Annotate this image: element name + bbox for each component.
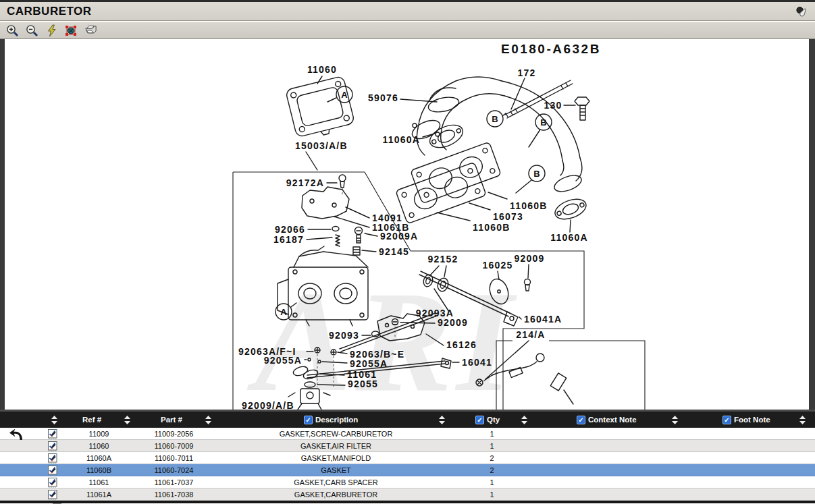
label-11060a-2[interactable]: 11060A bbox=[550, 232, 587, 243]
label-92009ab[interactable]: 92009/A/B bbox=[242, 400, 294, 410]
column-header-description: ✓Description bbox=[304, 412, 358, 428]
label-214a[interactable]: 214/A bbox=[516, 329, 545, 340]
table-header: Ref # Part # ✓Description ✓Qty ✓Context … bbox=[0, 410, 815, 428]
label-16073[interactable]: 16073 bbox=[493, 211, 523, 222]
pick-list-icon[interactable] bbox=[32, 489, 73, 500]
cell-description: GASKET,CARB SPACER bbox=[223, 478, 449, 486]
cell-part: 11060-7009 bbox=[125, 442, 223, 450]
part-screw-92009a bbox=[355, 227, 363, 244]
label-92066[interactable]: 92066 bbox=[275, 224, 305, 235]
cell-description: GASKET,SCREW-CARBURETOR bbox=[223, 430, 449, 438]
lightning-icon[interactable] bbox=[45, 24, 58, 37]
label-15003[interactable]: 15003/A/B bbox=[295, 140, 348, 151]
table-row-selected[interactable]: 11060B 11060-7024 GASKET 2 bbox=[0, 464, 815, 476]
parts-table: Ref # Part # ✓Description ✓Qty ✓Context … bbox=[0, 410, 815, 504]
marker-b1: B bbox=[492, 114, 498, 124]
label-11060a-1[interactable]: 11060A bbox=[383, 134, 420, 145]
label-16025[interactable]: 16025 bbox=[483, 260, 513, 271]
marker-b3: B bbox=[533, 169, 540, 179]
label-16126[interactable]: 16126 bbox=[446, 339, 477, 350]
label-172[interactable]: 172 bbox=[518, 67, 536, 78]
cell-ref: 11009 bbox=[73, 430, 125, 438]
sort-button[interactable] bbox=[205, 412, 211, 428]
label-92009-1[interactable]: 92009 bbox=[515, 253, 545, 264]
cell-description: GASKET,AIR FILTER bbox=[223, 442, 449, 450]
part-bracket-14091 bbox=[302, 187, 349, 219]
column-header-part: Part # bbox=[161, 412, 182, 428]
cell-qty: 1 bbox=[449, 430, 535, 438]
sort-button[interactable] bbox=[521, 412, 527, 428]
pick-list-icon[interactable] bbox=[32, 477, 73, 488]
cell-qty: 2 bbox=[449, 466, 535, 474]
label-16041[interactable]: 16041 bbox=[462, 357, 492, 368]
pick-list-icon[interactable] bbox=[32, 428, 73, 439]
label-92055[interactable]: 92055 bbox=[348, 379, 378, 389]
qty-checkbox[interactable]: ✓ bbox=[475, 416, 484, 424]
label-130[interactable]: 130 bbox=[544, 100, 562, 111]
table-row[interactable]: 11009 11009-2056 GASKET,SCREW-CARBURETOR… bbox=[0, 428, 815, 440]
cell-ref: 11061 bbox=[73, 478, 125, 486]
label-16187[interactable]: 16187 bbox=[273, 234, 304, 245]
sort-button[interactable] bbox=[51, 412, 57, 428]
cell-description: GASKET,CARBURETOR bbox=[223, 491, 449, 499]
pick-list-icon[interactable] bbox=[32, 465, 73, 476]
part-flange-plate-2 bbox=[396, 162, 486, 223]
cell-ref: 11060A bbox=[73, 454, 125, 462]
zoom-out-icon[interactable] bbox=[25, 24, 38, 37]
cell-qty: 1 bbox=[449, 491, 535, 499]
part-bolt-130 bbox=[575, 97, 589, 120]
cell-qty: 1 bbox=[449, 442, 535, 450]
cell-qty: 1 bbox=[449, 478, 535, 486]
part-screw-92172a bbox=[339, 175, 346, 188]
context-note-checkbox[interactable]: ✓ bbox=[577, 416, 585, 424]
sort-button[interactable] bbox=[799, 412, 806, 428]
pick-list-icon[interactable] bbox=[32, 453, 73, 464]
part-gasket-11060 bbox=[286, 76, 356, 141]
sort-button[interactable] bbox=[439, 412, 445, 428]
column-header-context-note: ✓Context Note bbox=[577, 412, 637, 428]
part-spring-16187 bbox=[336, 235, 340, 246]
table-row[interactable]: 11060 11060-7009 GASKET,AIR FILTER 1 bbox=[0, 440, 815, 452]
table-row[interactable]: 11061 11061-7037 GASKET,CARB SPACER 1 bbox=[0, 476, 815, 488]
label-16041a[interactable]: 16041A bbox=[524, 314, 562, 325]
sort-button[interactable] bbox=[124, 412, 130, 428]
marker-b2: B bbox=[540, 117, 546, 128]
title-bar: CARBURETOR bbox=[0, 2, 815, 21]
label-92055a-1[interactable]: 92055A bbox=[264, 355, 302, 366]
label-11060b-2[interactable]: 11060B bbox=[473, 222, 510, 233]
table-row[interactable]: 11060A 11060-7011 GASKET,MANIFOLD 2 bbox=[0, 452, 815, 464]
pick-list-icon[interactable] bbox=[32, 441, 73, 451]
label-92093[interactable]: 92093 bbox=[329, 330, 359, 341]
sort-button[interactable] bbox=[672, 412, 678, 428]
part-screw-92009-top bbox=[525, 279, 531, 291]
cell-ref: 11060B bbox=[73, 466, 125, 474]
part-flange-plate-1 bbox=[411, 142, 501, 203]
back-arrow-icon[interactable] bbox=[0, 428, 32, 440]
column-header-ref: Ref # bbox=[82, 412, 101, 428]
label-59076[interactable]: 59076 bbox=[368, 92, 398, 103]
label-92009a[interactable]: 92009A bbox=[380, 231, 418, 242]
page-title: CARBURETOR bbox=[7, 5, 92, 18]
label-92152[interactable]: 92152 bbox=[428, 254, 458, 264]
label-92145[interactable]: 92145 bbox=[379, 246, 409, 257]
description-checkbox[interactable]: ✓ bbox=[304, 416, 313, 424]
label-92172a[interactable]: 92172A bbox=[286, 177, 324, 188]
hotspot-select-icon[interactable] bbox=[64, 24, 78, 37]
cell-description: GASKET,MANIFOLD bbox=[223, 454, 449, 462]
marker-a2: A bbox=[280, 307, 287, 317]
cell-description: GASKET bbox=[223, 466, 449, 474]
zoom-in-icon[interactable] bbox=[5, 24, 19, 37]
table-row[interactable]: 11061A 11061-7038 GASKET,CARBURETOR 1 bbox=[0, 488, 815, 501]
label-92009-2[interactable]: 92009 bbox=[438, 317, 468, 328]
diagram-viewport: ARI E0180-A632B bbox=[0, 39, 815, 410]
cell-ref: 11060 bbox=[73, 442, 125, 450]
label-11060[interactable]: 11060 bbox=[307, 64, 337, 75]
label-92055a-2[interactable]: 92055A bbox=[350, 358, 388, 369]
hand-grab-icon[interactable] bbox=[795, 5, 808, 18]
foot-note-checkbox[interactable]: ✓ bbox=[722, 416, 731, 424]
diagram-page: ARI E0180-A632B bbox=[5, 39, 809, 410]
column-header-foot-note: ✓Foot Note bbox=[722, 412, 770, 428]
label-11060b-1[interactable]: 11060B bbox=[510, 200, 547, 211]
cell-part: 11060-7024 bbox=[125, 466, 223, 474]
print-icon[interactable] bbox=[84, 24, 97, 37]
